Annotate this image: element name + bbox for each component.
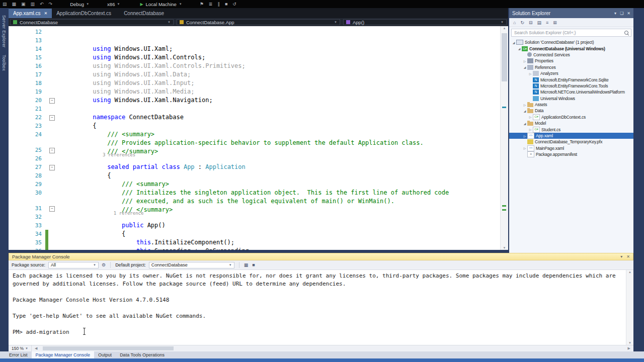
preview-selected-icon[interactable]: ⊞ — [553, 20, 557, 25]
tree-item[interactable]: Solution 'ConnectDatabase' (1 project) — [509, 39, 633, 45]
tree-item[interactable]: Microsoft.EntityFrameworkCore.Tools — [509, 83, 633, 89]
code-line[interactable]: 19 − — [9, 87, 501, 96]
clear-console-icon[interactable]: ▦ — [244, 262, 249, 267]
side-tool-tab[interactable]: Server Explorer — [2, 15, 7, 48]
solution-explorer-header[interactable]: Solution Explorer ▾❏✕ — [509, 8, 633, 18]
tree-item[interactable]: Package.appxmanifest — [509, 151, 633, 157]
panel-tab[interactable]: Package Manager Console — [32, 351, 95, 358]
breakpoint-margin[interactable] — [9, 122, 22, 130]
code-line[interactable]: 26 − { — [9, 154, 501, 163]
save-icon[interactable]: ▣ — [21, 2, 26, 7]
scroll-up-icon[interactable]: ▲ — [626, 270, 633, 274]
expander-icon[interactable] — [522, 65, 527, 69]
panel-tab[interactable]: Data Tools Operations — [116, 351, 169, 358]
breakpoint-margin[interactable] — [9, 213, 22, 221]
code-line[interactable]: 29 − /// executed, and as such is the lo… — [9, 180, 501, 189]
project-dropdown[interactable]: ConnectDatabase ▼ — [10, 19, 174, 25]
refresh-icon[interactable]: ↻ — [520, 20, 524, 25]
breakpoint-margin[interactable] — [9, 238, 22, 247]
panel-tab[interactable]: Error List — [5, 351, 32, 358]
new-project-icon[interactable]: ▤ — [3, 2, 7, 7]
code-line[interactable]: 30 − /// </summary> — [9, 189, 501, 197]
code-line[interactable]: 21 − { — [9, 105, 501, 113]
breakpoint-margin[interactable] — [9, 221, 22, 230]
code-line[interactable]: 12 − using Windows.UI.Xaml; — [9, 28, 501, 36]
fold-toggle-icon[interactable]: − — [49, 165, 55, 170]
expander-icon[interactable] — [528, 128, 533, 131]
tree-item[interactable]: Analyzers — [509, 70, 633, 76]
scrollbar-thumb[interactable] — [43, 346, 174, 350]
pmc-title-bar[interactable]: Package Manager Console ▾✕ — [9, 253, 633, 260]
code-line[interactable]: − 3 references — [9, 139, 501, 146]
scroll-up-icon[interactable]: ▲ — [501, 27, 508, 30]
tree-item[interactable]: References — [509, 64, 633, 70]
breakpoint-margin[interactable] — [9, 197, 22, 204]
code-line[interactable]: 17 − using Windows.UI.Xaml.Media; — [9, 70, 501, 79]
tree-item[interactable]: App.xaml — [509, 133, 633, 139]
breakpoint-margin[interactable] — [9, 79, 22, 87]
pause-icon[interactable]: ∥ — [217, 2, 220, 7]
code-line[interactable]: 36 − { — [9, 247, 501, 250]
breakpoint-margin[interactable] — [9, 189, 22, 197]
member-dropdown[interactable]: App() ▼ — [343, 19, 507, 25]
scroll-left-icon[interactable]: ◀ — [35, 345, 37, 351]
solution-configurations-dropdown[interactable]: Debug▼ — [67, 1, 92, 8]
show-all-files-icon[interactable]: ▤ — [537, 20, 542, 25]
stop-icon[interactable]: ■ — [252, 262, 255, 267]
document-tab[interactable]: ConnectDatabase — [119, 9, 172, 18]
close-icon[interactable]: ✕ — [627, 11, 630, 16]
solution-explorer-search-input[interactable]: Search Solution Explorer (Ctrl+;) — [511, 29, 631, 37]
code-line[interactable]: 35 − using (var db= new ApplicationDbCon… — [9, 238, 501, 247]
solution-platforms-dropdown[interactable]: x86▼ — [104, 1, 123, 8]
code-line[interactable]: 25 − sealed partial class App : Applicat… — [9, 146, 501, 154]
expander-icon[interactable] — [522, 103, 527, 107]
breakpoint-margin[interactable] — [9, 70, 22, 79]
breakpoint-margin[interactable] — [9, 53, 22, 62]
code-line[interactable]: 28 − /// Initializes the singleton appli… — [9, 171, 501, 180]
console-vertical-scrollbar[interactable]: ▲ ▼ — [626, 270, 633, 345]
document-tab[interactable]: ApplicationDbContext.cs — [52, 9, 119, 18]
breakpoint-margin[interactable] — [9, 230, 22, 238]
code-line[interactable]: 32 − { — [9, 213, 501, 221]
tree-item[interactable]: Universal Windows — [509, 96, 633, 102]
code-area[interactable]: 12 − using Windows.UI.Xaml; 13 − using W… — [9, 26, 501, 250]
tree-item[interactable]: Model — [509, 120, 633, 126]
tree-item[interactable]: Data — [509, 108, 633, 114]
tree-item[interactable]: Connected Services — [509, 52, 633, 58]
pin-icon[interactable]: ❏ — [620, 11, 623, 16]
code-line[interactable]: 24 − /// </summary> — [9, 130, 501, 139]
scroll-down-icon[interactable]: ▼ — [501, 246, 508, 249]
fold-toggle-icon[interactable]: − — [49, 148, 55, 153]
panel-tab[interactable]: Output — [94, 351, 116, 358]
properties-icon[interactable]: ≡ — [546, 20, 548, 25]
tree-item[interactable]: ConnectDatabase_TemporaryKey.pfx — [509, 139, 633, 145]
expander-icon[interactable] — [528, 115, 533, 119]
code-editor[interactable]: 12 − using Windows.UI.Xaml; 13 − using W… — [9, 26, 508, 250]
stop-icon[interactable]: ■ — [225, 2, 227, 7]
redo-icon[interactable]: ↷ — [49, 2, 53, 7]
scrollbar-thumb[interactable] — [502, 33, 507, 81]
expander-icon[interactable] — [511, 41, 516, 44]
collapse-all-icon[interactable]: ⊟ — [529, 20, 533, 25]
start-debugging-button[interactable]: ▶ Local Machine ▼ — [140, 2, 182, 7]
breakpoint-margin[interactable] — [9, 62, 22, 70]
type-dropdown[interactable]: ConnectDatabase.App ▼ — [177, 19, 340, 25]
breakpoint-margin[interactable] — [9, 87, 22, 96]
expander-icon[interactable] — [522, 146, 527, 150]
tree-item[interactable]: Assets — [509, 102, 633, 108]
zoom-control[interactable]: 150 % ▼ — [9, 345, 32, 351]
code-line[interactable]: 14 − using Windows.UI.Xaml.Controls.Prim… — [9, 45, 501, 53]
expander-icon[interactable] — [522, 109, 527, 113]
expander-icon[interactable] — [528, 72, 533, 75]
code-line[interactable]: 33 − this.InitializeComponent(); — [9, 221, 501, 230]
editor-vertical-scrollbar[interactable]: ▲ ▼ — [500, 26, 508, 250]
tree-item[interactable]: MainPage.xaml — [509, 145, 633, 151]
breakpoint-margin[interactable] — [9, 96, 22, 105]
document-tab[interactable]: App.xaml.cs ✕ — [9, 9, 52, 18]
code-line[interactable]: 18 − using Windows.UI.Xaml.Navigation; — [9, 79, 501, 87]
breakpoint-margin[interactable] — [9, 105, 22, 113]
code-line[interactable]: 23 − /// Provides application-specific b… — [9, 122, 501, 130]
code-line[interactable]: 31 − public App() — [9, 204, 501, 213]
breakpoint-margin[interactable] — [9, 139, 22, 146]
breakpoint-margin[interactable] — [9, 204, 22, 213]
